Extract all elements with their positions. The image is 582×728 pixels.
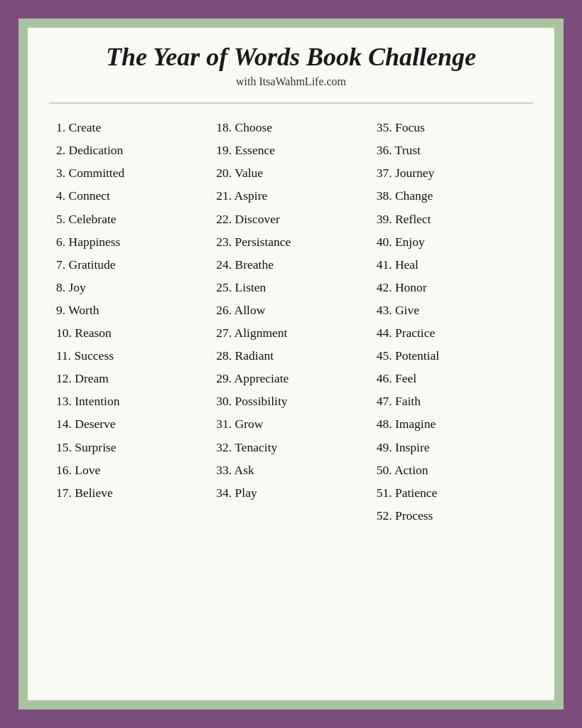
list-item: 10. Reason bbox=[56, 322, 212, 343]
list-item: 13. Intention bbox=[56, 390, 212, 412]
list-item: 37. Journey bbox=[377, 162, 533, 183]
list-item: 38. Change bbox=[377, 185, 533, 206]
list-item: 33. Ask bbox=[216, 459, 372, 481]
list-item: 6. Happiness bbox=[56, 231, 212, 252]
list-item: 28. Radiant bbox=[216, 345, 372, 366]
list-item: 47. Faith bbox=[377, 390, 533, 412]
list-item: 43. Give bbox=[377, 299, 533, 321]
outer-border: The Year of Words Book Challenge with It… bbox=[14, 14, 568, 714]
columns-container: 1. Create2. Dedication3. Committed4. Con… bbox=[49, 117, 533, 686]
inner-card: The Year of Words Book Challenge with It… bbox=[25, 25, 557, 703]
list-item: 51. Patience bbox=[377, 482, 533, 503]
divider bbox=[49, 102, 533, 104]
list-item: 49. Inspire bbox=[377, 437, 533, 458]
list-item: 9. Worth bbox=[56, 299, 212, 321]
list-item: 1. Create bbox=[56, 117, 212, 138]
list-item: 20. Value bbox=[216, 162, 372, 183]
list-item: 16. Love bbox=[56, 459, 212, 481]
list-item: 12. Dream bbox=[56, 368, 212, 389]
list-item: 44. Practice bbox=[377, 322, 533, 343]
list-item: 22. Discover bbox=[216, 208, 372, 230]
list-item: 18. Choose bbox=[216, 117, 372, 138]
column-3: 35. Focus36. Trust37. Journey38. Change3… bbox=[373, 117, 533, 686]
list-item: 46. Feel bbox=[377, 368, 533, 389]
subtitle: with ItsaWahmLife.com bbox=[236, 75, 346, 88]
list-item: 5. Celebrate bbox=[56, 208, 212, 230]
list-item: 27. Alignment bbox=[216, 322, 372, 343]
list-item: 26. Allow bbox=[216, 299, 372, 321]
column-1: 1. Create2. Dedication3. Committed4. Con… bbox=[49, 117, 212, 686]
list-item: 21. Aspire bbox=[216, 185, 372, 206]
list-item: 23. Persistance bbox=[216, 231, 372, 252]
list-item: 30. Possibility bbox=[216, 390, 372, 412]
list-item: 48. Imagine bbox=[377, 413, 533, 434]
list-item: 7. Gratitude bbox=[56, 254, 212, 275]
list-item: 4. Connect bbox=[56, 185, 212, 206]
page-title: The Year of Words Book Challenge bbox=[106, 42, 476, 73]
list-item: 17. Believe bbox=[56, 482, 212, 503]
list-item: 3. Committed bbox=[56, 162, 212, 183]
list-item: 39. Reflect bbox=[377, 208, 533, 230]
list-item: 32. Tenacity bbox=[216, 437, 372, 458]
column-2: 18. Choose19. Essence20. Value21. Aspire… bbox=[212, 117, 372, 686]
list-item: 14. Deserve bbox=[56, 413, 212, 434]
list-item: 50. Action bbox=[377, 459, 533, 481]
list-item: 25. Listen bbox=[216, 277, 372, 298]
list-item: 29. Appreciate bbox=[216, 368, 372, 389]
list-item: 19. Essence bbox=[216, 139, 372, 161]
list-item: 11. Success bbox=[56, 345, 212, 366]
list-item: 45. Potential bbox=[377, 345, 533, 366]
list-item: 8. Joy bbox=[56, 277, 212, 298]
list-item: 41. Heal bbox=[377, 254, 533, 275]
list-item: 2. Dedication bbox=[56, 139, 212, 161]
list-item: 35. Focus bbox=[377, 117, 533, 138]
list-item: 42. Honor bbox=[377, 277, 533, 298]
list-item: 36. Trust bbox=[377, 139, 533, 161]
list-item: 40. Enjoy bbox=[377, 231, 533, 252]
list-item: 15. Surprise bbox=[56, 437, 212, 458]
list-item: 52. Process bbox=[377, 505, 533, 526]
list-item: 31. Grow bbox=[216, 413, 372, 434]
list-item: 24. Breathe bbox=[216, 254, 372, 275]
list-item: 34. Play bbox=[216, 482, 372, 503]
